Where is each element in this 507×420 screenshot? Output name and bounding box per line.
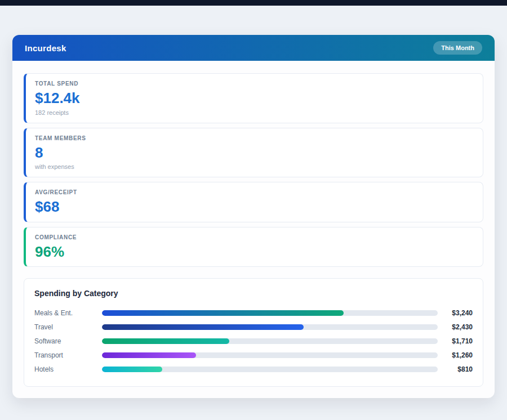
kpi-card-avg-receipt: AVG/RECEIPT $68 (24, 182, 483, 222)
spending-row-travel: Travel $2,430 (34, 320, 473, 334)
bar-track (102, 324, 438, 330)
kpi-value: $68 (35, 199, 474, 215)
kpi-card-total-spend: TOTAL SPEND $12.4k 182 receipts (24, 73, 483, 123)
bar-fill (102, 367, 162, 372)
period-badge[interactable]: This Month (433, 41, 482, 55)
bar-fill (102, 324, 304, 330)
category-label: Hotels (34, 365, 102, 373)
spending-card-title: Spending by Category (34, 289, 473, 298)
app-header: Incurdesk This Month (12, 35, 495, 61)
spending-row-meals: Meals & Ent. $3,240 (34, 306, 473, 320)
kpi-value: 96% (35, 244, 474, 260)
kpi-label: COMPLIANCE (35, 234, 474, 240)
kpi-label: TOTAL SPEND (35, 81, 474, 87)
bar-track (102, 367, 438, 372)
category-label: Transport (34, 351, 102, 359)
bar-track (102, 352, 438, 358)
kpi-label: TEAM MEMBERS (35, 135, 474, 141)
bar-fill (102, 310, 344, 316)
category-value: $3,240 (438, 309, 473, 317)
kpi-label: AVG/RECEIPT (35, 189, 474, 195)
category-value: $2,430 (438, 323, 473, 331)
kpi-subtext: 182 receipts (35, 109, 474, 116)
bar-track (102, 338, 438, 344)
top-strip (0, 0, 507, 6)
category-value: $1,260 (438, 351, 473, 359)
bar-track (102, 310, 438, 316)
category-value: $1,710 (438, 337, 473, 345)
category-label: Travel (34, 323, 102, 331)
spending-row-software: Software $1,710 (34, 334, 473, 348)
dashboard-card: Incurdesk This Month TOTAL SPEND $12.4k … (12, 35, 495, 398)
spending-row-hotels: Hotels $810 (34, 362, 473, 376)
app-title: Incurdesk (25, 43, 66, 53)
bar-fill (102, 338, 229, 344)
kpi-value: $12.4k (35, 90, 474, 106)
kpi-card-team-members: TEAM MEMBERS 8 with expenses (24, 128, 483, 178)
spending-row-transport: Transport $1,260 (34, 348, 473, 362)
category-label: Meals & Ent. (34, 309, 102, 317)
category-label: Software (34, 337, 102, 345)
kpi-subtext: with expenses (35, 163, 474, 170)
kpi-value: 8 (35, 145, 474, 161)
spending-by-category-card: Spending by Category Meals & Ent. $3,240… (24, 278, 483, 387)
kpi-card-compliance: COMPLIANCE 96% (24, 227, 483, 267)
category-value: $810 (438, 365, 473, 373)
bar-fill (102, 352, 196, 358)
